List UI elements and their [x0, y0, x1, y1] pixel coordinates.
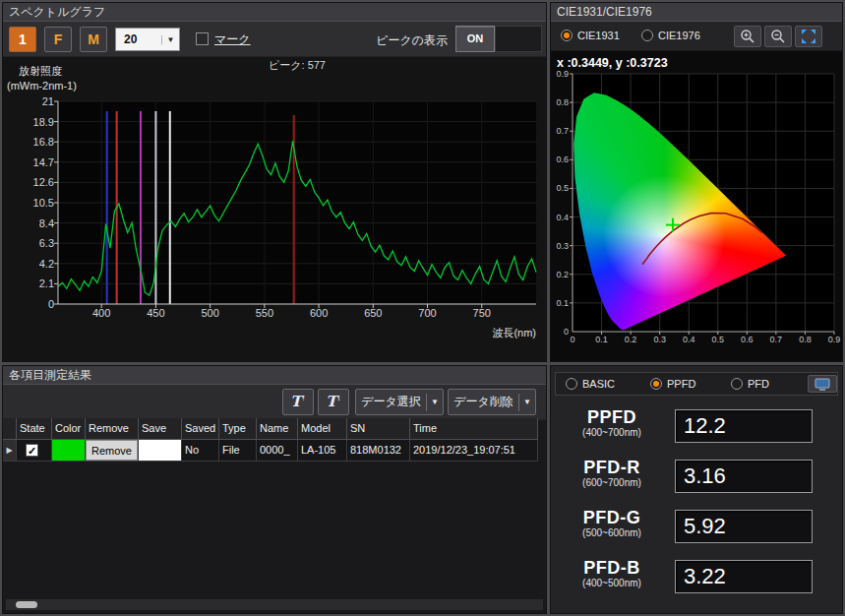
display-settings-button[interactable] — [808, 375, 837, 393]
font-decrease-button[interactable]: T↓ — [318, 389, 349, 415]
peak-display-on-toggle[interactable]: ON — [455, 26, 495, 52]
results-toolbar: T↑ T↓ データ選択 ▼ データ削除 ▼ — [3, 385, 546, 420]
cie-panel-title-text: CIE1931/CIE1976 — [557, 5, 652, 19]
save-cell[interactable] — [139, 440, 181, 461]
zoom-out-button[interactable] — [764, 26, 792, 47]
spectrum-panel-title-text: スペクトルグラフ — [9, 5, 105, 19]
radio-basic[interactable]: BASIC — [566, 378, 615, 390]
display-mode-f-button[interactable]: F — [44, 27, 72, 52]
radio-cie1976-label: CIE1976 — [658, 30, 700, 41]
scrollbar-thumb[interactable] — [16, 601, 37, 608]
header-corner-cell — [3, 418, 17, 440]
tick-label: 0.8 — [795, 335, 815, 344]
tick-label: 0.6 — [737, 335, 756, 344]
pfd-g-row: PFD-G (500~600nm) 5.92 — [551, 506, 844, 551]
ppfd-panel: BASIC PPFD PFD PPFD (400~700nm) — [550, 365, 843, 614]
radio-cie1976[interactable]: CIE1976 — [641, 30, 700, 41]
column-header-model[interactable]: Model — [298, 418, 347, 440]
tick-label: 8.4 — [39, 217, 54, 229]
column-header-color[interactable]: Color — [52, 418, 86, 440]
column-header-save[interactable]: Save — [139, 418, 182, 440]
monitor-icon — [815, 378, 830, 391]
tick-label: 700 — [412, 307, 444, 319]
saved-cell: No — [182, 440, 219, 462]
column-header-saved[interactable]: Saved — [182, 418, 219, 440]
pfd-r-range: (600~700nm) — [551, 477, 673, 488]
data-select-label: データ選択 — [356, 394, 426, 410]
remove-button[interactable]: Remove — [86, 440, 138, 461]
model-cell: LA-105 — [298, 440, 347, 462]
zoom-in-icon — [740, 29, 755, 44]
radio-cie1976-dot — [641, 30, 653, 41]
row-header-cell: ▶ — [3, 440, 17, 462]
font-increase-button[interactable]: T↑ — [282, 389, 314, 415]
results-panel-title-text: 各項目測定結果 — [9, 368, 91, 382]
column-header-state[interactable]: State — [17, 418, 52, 440]
peak-annotation: ピーク: 577 — [58, 58, 536, 73]
radio-pfd[interactable]: PFD — [731, 378, 769, 390]
display-mode-m-button[interactable]: M — [80, 27, 107, 52]
font-increase-arrow-icon: ↑ — [301, 393, 306, 402]
data-delete-button[interactable]: データ削除 ▼ — [448, 389, 536, 415]
data-select-button[interactable]: データ選択 ▼ — [355, 389, 444, 415]
cie-diagram-panel: CIE1931/CIE1976 CIE1931 CIE1976 — [550, 2, 843, 362]
spectrum-chart-svg — [58, 101, 536, 304]
zoom-fit-button[interactable] — [795, 26, 822, 47]
ppfd-range: (400~700nm) — [551, 427, 673, 438]
spectrum-line — [58, 141, 536, 295]
y-axis-title-line1: 放射照度 — [19, 64, 62, 79]
column-header-time[interactable]: Time — [410, 418, 538, 440]
results-table-header: State Color Remove Save Saved Type Name … — [3, 418, 538, 440]
display-mode-1-button[interactable]: 1 — [9, 27, 36, 52]
pfd-g-range: (500~600nm) — [551, 527, 673, 538]
radio-ppfd-label: PPFD — [667, 378, 695, 390]
tick-label: 0 — [48, 298, 54, 310]
zoom-in-button[interactable] — [734, 26, 761, 47]
tick-label: 0.9 — [556, 69, 569, 79]
pfd-r-label-block: PFD-R (600~700nm) — [551, 458, 673, 488]
spectrum-plot-area[interactable] — [58, 101, 536, 304]
tick-label: 0.4 — [556, 213, 569, 222]
cie-plot-area[interactable] — [573, 74, 834, 332]
tick-label: 14.7 — [33, 156, 54, 168]
planckian-locus — [642, 214, 762, 265]
tick-label: 18.9 — [33, 116, 54, 128]
ppfd-row: PPFD (400~700nm) 12.2 — [551, 405, 844, 451]
pfd-g-label: PFD-G — [551, 508, 673, 528]
column-header-name[interactable]: Name — [257, 418, 298, 440]
tick-label: 10.5 — [33, 197, 54, 209]
mark-checkbox[interactable] — [196, 32, 209, 45]
table-row[interactable]: ▶ ✓ Remove No File 0000_ LA-105 818M0132… — [3, 440, 538, 462]
column-header-remove[interactable]: Remove — [86, 418, 139, 440]
average-count-dropdown[interactable]: 20 ▼ — [115, 28, 180, 51]
radio-ppfd[interactable]: PPFD — [650, 378, 695, 390]
tick-label: 0.2 — [556, 270, 569, 279]
spectrum-y-axis-labels: 2118.916.814.712.610.58.46.34.22.10 — [15, 101, 56, 304]
spectrum-toolbar: 1 F M 20 ▼ マーク ピークの表示 ON — [3, 22, 546, 57]
font-decrease-letter: T — [326, 393, 336, 410]
radio-cie1931-dot — [561, 30, 573, 41]
tick-label: 400 — [86, 307, 117, 319]
column-header-sn[interactable]: SN — [347, 418, 410, 440]
pfd-r-label: PFD-R — [551, 458, 673, 478]
zoom-out-icon — [770, 29, 786, 44]
column-header-type[interactable]: Type — [219, 418, 257, 440]
y-axis-title-line2: (mWm-2nm-1) — [7, 80, 77, 92]
row-marker-icon: ▶ — [6, 446, 12, 455]
cie-y-axis-labels: 00.10.20.30.40.50.60.70.80.9 — [551, 74, 571, 332]
pfd-g-value: 5.92 — [675, 510, 813, 543]
tick-label: 4.2 — [39, 258, 54, 270]
color-cell[interactable] — [52, 440, 86, 462]
state-checkbox[interactable]: ✓ — [26, 444, 38, 457]
horizontal-scrollbar[interactable] — [5, 598, 544, 611]
tick-label: 0.3 — [650, 335, 670, 344]
tick-label: 650 — [357, 307, 389, 319]
mark-checkbox-label[interactable]: マーク — [214, 31, 251, 48]
peak-display-off-area[interactable] — [495, 26, 542, 52]
pfd-b-label: PFD-B — [551, 558, 673, 579]
radio-cie1931[interactable]: CIE1931 — [561, 30, 620, 41]
ppfd-label: PPFD — [551, 407, 673, 428]
tick-label: 0.6 — [556, 154, 569, 164]
tick-label: 21 — [42, 95, 54, 107]
tick-label: 2.1 — [39, 277, 54, 289]
